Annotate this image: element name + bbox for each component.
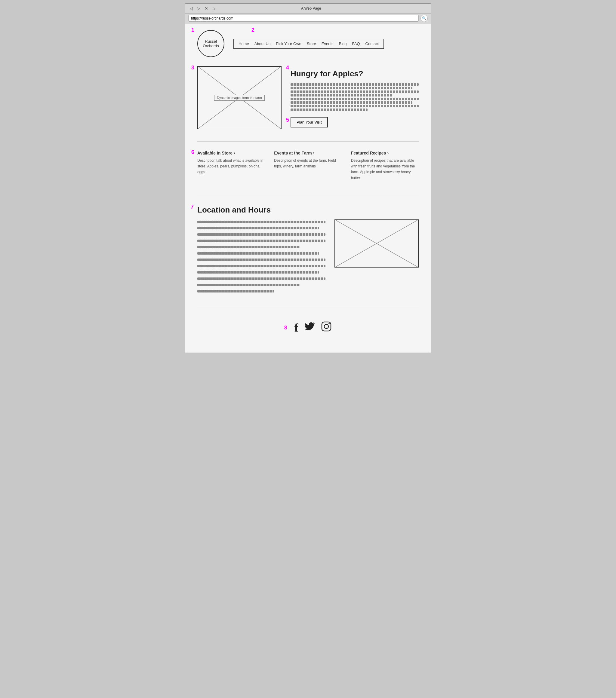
annotation-4: 4 xyxy=(286,65,289,71)
card-events-arrow: › xyxy=(313,151,315,155)
location-image xyxy=(334,220,419,267)
logo: RusselOrchards xyxy=(197,30,224,57)
browser-title: A Web Page xyxy=(194,6,428,11)
card-recipes-arrow: › xyxy=(387,151,388,155)
card-store-arrow: › xyxy=(234,151,235,155)
svg-point-6 xyxy=(328,323,330,324)
annotation-3: 3 xyxy=(191,65,194,71)
annotation-6: 6 xyxy=(191,149,194,155)
card-recipes-title[interactable]: Featured Recipes › xyxy=(351,151,419,155)
svg-rect-4 xyxy=(322,322,331,331)
nav-store[interactable]: Store xyxy=(307,41,316,46)
browser-window: ◁ ▷ ✕ ⌂ A Web Page 🔍 1 2 RusselOrchards … xyxy=(185,3,431,353)
nav-home[interactable]: Home xyxy=(238,41,249,46)
navigation: Home About Us Pick Your Own Store Events… xyxy=(233,39,384,49)
header-section: 1 2 RusselOrchards Home About Us Pick Yo… xyxy=(197,30,419,57)
url-input[interactable] xyxy=(188,15,419,22)
plan-visit-button[interactable]: Plan Your Visit xyxy=(290,117,328,127)
nav-about[interactable]: About Us xyxy=(255,41,270,46)
divider-3 xyxy=(197,306,419,306)
location-content xyxy=(197,220,419,294)
card-recipes-title-text: Featured Recipes xyxy=(351,151,386,155)
card-store-description: Description talk about what is available… xyxy=(197,158,265,175)
location-title: Location and Hours xyxy=(197,205,419,215)
nav-events[interactable]: Events xyxy=(321,41,333,46)
hero-description xyxy=(290,82,419,112)
location-section: 7 Location and Hours xyxy=(197,205,419,294)
social-section: 8  f xyxy=(197,315,419,340)
card-events-title[interactable]: Events at the Farm › xyxy=(274,151,342,155)
card-store: Available In Store › Description talk ab… xyxy=(197,151,265,181)
card-events: Events at the Farm › Description of even… xyxy=(274,151,342,181)
annotation-2: 2 xyxy=(251,27,255,33)
hero-title: Hungry for Apples? xyxy=(290,69,419,79)
location-text xyxy=(197,220,326,294)
annotation-7: 7 xyxy=(191,204,194,210)
hero-image: Dynamic images form the farm xyxy=(197,66,282,129)
hero-text-block: Hungry for Apples? Plan Your Visit xyxy=(290,66,419,129)
divider-1 xyxy=(197,141,419,142)
annotation-5: 5 xyxy=(286,117,289,123)
social-icons: 8  f xyxy=(197,321,419,335)
card-store-title[interactable]: Available In Store › xyxy=(197,151,265,155)
divider-2 xyxy=(197,196,419,196)
cards-section: 6 Available In Store › Description talk … xyxy=(197,151,419,181)
back-button[interactable]: ◁ xyxy=(188,5,194,11)
annotation-1: 1 xyxy=(191,27,194,33)
twitter-icon[interactable] xyxy=(304,321,315,335)
nav-faq[interactable]: FAQ xyxy=(352,41,360,46)
card-recipes-description: Description of recipes that are availabl… xyxy=(351,158,419,181)
facebook-icon-fallback[interactable]: f xyxy=(295,321,298,334)
browser-titlebar: ◁ ▷ ✕ ⌂ A Web Page xyxy=(185,4,431,14)
card-store-title-text: Available In Store xyxy=(197,151,233,155)
card-events-description: Description of events at the farm. Field… xyxy=(274,158,342,169)
card-events-title-text: Events at the Farm xyxy=(274,151,312,155)
nav-pick-your-own[interactable]: Pick Your Own xyxy=(276,41,301,46)
logo-text: RusselOrchards xyxy=(203,39,219,48)
page-content: 1 2 RusselOrchards Home About Us Pick Yo… xyxy=(185,24,431,353)
nav-contact[interactable]: Contact xyxy=(366,41,379,46)
hero-section: 3 4 5 Dynamic images form the farm Hungr… xyxy=(197,66,419,129)
instagram-icon[interactable] xyxy=(321,321,332,335)
svg-point-5 xyxy=(324,324,328,329)
card-recipes: Featured Recipes › Description of recipe… xyxy=(351,151,419,181)
hero-image-label: Dynamic images form the farm xyxy=(214,95,265,101)
browser-addressbar: 🔍 xyxy=(185,14,431,24)
search-button[interactable]: 🔍 xyxy=(421,15,428,22)
annotation-8: 8 xyxy=(284,325,287,331)
search-icon: 🔍 xyxy=(422,16,426,20)
nav-blog[interactable]: Blog xyxy=(339,41,347,46)
